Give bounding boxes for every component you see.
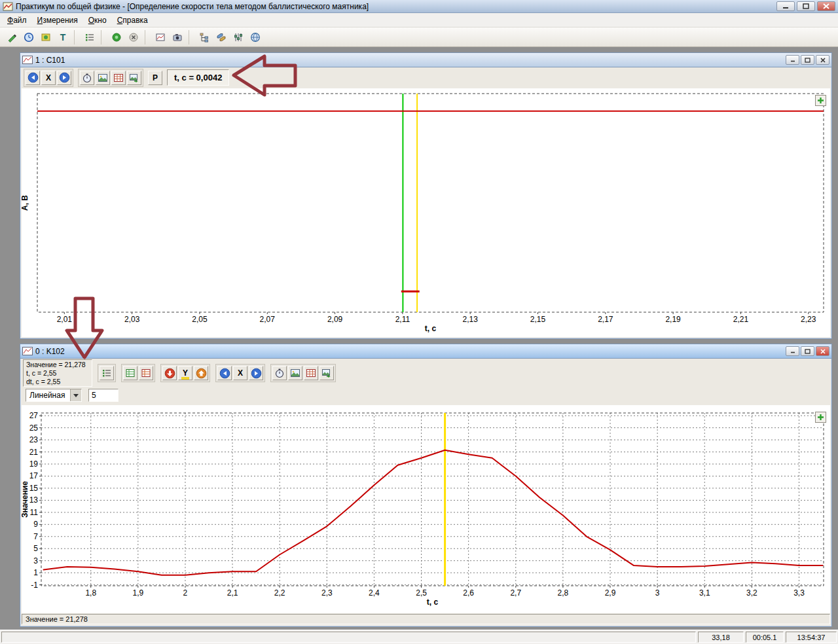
time-readout: t, c = 0,0042: [167, 69, 229, 86]
child2-status-value: Значение = 21,278: [22, 614, 830, 624]
status-message-area: [1, 632, 696, 643]
svg-text:2,19: 2,19: [665, 315, 681, 324]
child1-close-button[interactable]: [816, 55, 829, 65]
svg-text:2,3: 2,3: [321, 588, 333, 598]
value-info-panel: Значение = 21,278 t, c = 2,55 dt, c = 2,…: [23, 359, 92, 387]
svg-text:17: 17: [29, 471, 39, 480]
list-icon[interactable]: [82, 29, 98, 45]
next-interval-button[interactable]: [249, 366, 263, 380]
snapshot-icon[interactable]: [96, 71, 110, 85]
toolbar-separator: [101, 30, 105, 45]
autoscale-plus-button[interactable]: [815, 412, 826, 423]
export-image-icon[interactable]: [127, 71, 141, 85]
svg-text:27: 27: [29, 411, 39, 420]
pencil-icon[interactable]: [4, 29, 20, 45]
status-bar: 33,18 00:05.1 13:54:37: [0, 630, 838, 644]
mdi-area: 1 : C101 X P t, c = 0,0042 2,01: [0, 47, 838, 630]
child2-restore-button[interactable]: [801, 346, 814, 356]
child1-minimize-button[interactable]: [786, 55, 799, 65]
svg-text:2,1: 2,1: [227, 588, 238, 598]
svg-text:2,6: 2,6: [463, 588, 474, 598]
status-value: 33,18: [698, 632, 744, 643]
values-table-green-button[interactable]: [123, 366, 137, 380]
svg-text:2,13: 2,13: [463, 315, 479, 324]
svg-text:t, c: t, c: [425, 324, 437, 333]
p-mode-button[interactable]: P: [148, 71, 162, 85]
export-image-icon[interactable]: [319, 366, 334, 380]
autoscale-plus-button[interactable]: [815, 95, 826, 106]
child2-minimize-button[interactable]: [786, 346, 799, 356]
svg-text:1: 1: [33, 568, 38, 577]
chart-window-icon[interactable]: [153, 29, 168, 45]
chevron-down-icon: [70, 389, 81, 401]
child-window-k102: 0 : K102 Значение = 21,278 t, c = 2,55 d…: [20, 344, 832, 627]
info-dtime: dt, c = 2,55: [26, 378, 89, 386]
timer-icon[interactable]: [21, 29, 37, 45]
child1-restore-button[interactable]: [801, 55, 814, 65]
snapshot-icon[interactable]: [288, 366, 302, 380]
svg-text:9: 9: [33, 520, 38, 529]
clear-selection-button[interactable]: X: [41, 71, 56, 85]
table-icon[interactable]: [304, 366, 318, 380]
chart-c101[interactable]: 2,012,032,052,072,092,112,132,152,172,19…: [22, 88, 829, 336]
svg-text:19: 19: [29, 459, 39, 469]
prev-interval-button[interactable]: [26, 71, 40, 85]
svg-text:2,15: 2,15: [530, 315, 546, 324]
svg-text:21: 21: [29, 448, 39, 457]
values-table-red-button[interactable]: [139, 366, 153, 380]
status-elapsed: 00:05.1: [746, 632, 784, 643]
minimize-button[interactable]: [776, 1, 795, 11]
svg-text:2,01: 2,01: [57, 315, 73, 324]
svg-text:2,2: 2,2: [274, 588, 285, 598]
tree-icon[interactable]: [196, 29, 212, 45]
svg-text:2,07: 2,07: [260, 315, 276, 324]
close-button[interactable]: [817, 1, 835, 11]
svg-text:3,1: 3,1: [699, 588, 710, 598]
start-icon[interactable]: [109, 29, 124, 45]
camera-icon[interactable]: [170, 29, 185, 45]
svg-text:1,8: 1,8: [85, 588, 96, 598]
scale-type-select[interactable]: Линейная: [26, 389, 82, 402]
svg-text:Значение: Значение: [22, 481, 29, 518]
stop-icon[interactable]: [126, 29, 141, 45]
table-icon[interactable]: [111, 71, 126, 85]
points-input[interactable]: [88, 389, 118, 402]
chart-doc-icon: [22, 56, 33, 64]
svg-text:25: 25: [29, 423, 39, 433]
sensor-icon[interactable]: [38, 29, 54, 45]
chart-k102[interactable]: 1,81,922,12,22,32,42,52,62,72,82,933,13,…: [22, 405, 829, 612]
scale-down-button[interactable]: [162, 366, 177, 380]
svg-text:2,7: 2,7: [510, 588, 521, 598]
scale-up-button[interactable]: [194, 366, 208, 380]
stopwatch-icon[interactable]: [272, 366, 287, 380]
svg-text:7: 7: [33, 532, 38, 541]
svg-text:2,03: 2,03: [124, 315, 140, 324]
menu-window[interactable]: Окно: [83, 14, 112, 27]
toolbar-separator: [145, 30, 149, 45]
main-toolbar: T: [0, 27, 838, 47]
stopwatch-icon[interactable]: [80, 71, 94, 85]
clear-selection-button[interactable]: X: [233, 366, 247, 380]
menu-help[interactable]: Справка: [112, 14, 153, 27]
tags-icon[interactable]: [213, 29, 229, 45]
prev-interval-button[interactable]: [217, 366, 232, 380]
svg-text:3,3: 3,3: [793, 588, 805, 598]
svg-text:3: 3: [33, 556, 38, 565]
help-icon[interactable]: [247, 29, 263, 45]
svg-text:А, В: А, В: [22, 195, 29, 211]
toolbar-separator: [74, 30, 79, 45]
child1-title: 1 : C101: [35, 56, 65, 65]
sliders-icon[interactable]: [230, 29, 246, 45]
maximize-button[interactable]: [797, 1, 815, 11]
child2-close-button[interactable]: [816, 346, 829, 356]
menu-file[interactable]: Файл: [2, 14, 32, 27]
child2-scale-row: Линейная: [20, 387, 831, 404]
chart-k102-container: 1,81,922,12,22,32,42,52,62,72,82,933,13,…: [22, 405, 830, 613]
menu-measurements[interactable]: Измерения: [32, 14, 83, 27]
next-interval-button[interactable]: [57, 71, 71, 85]
y-autoscale-button[interactable]: Y: [178, 366, 192, 380]
text-tool-icon[interactable]: T: [55, 29, 71, 45]
svg-text:2: 2: [183, 588, 188, 598]
svg-text:3,2: 3,2: [746, 588, 757, 598]
list-settings-button[interactable]: [100, 366, 114, 380]
